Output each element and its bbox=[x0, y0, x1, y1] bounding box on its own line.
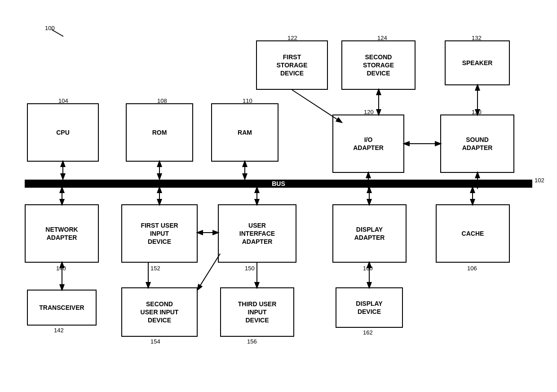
first-storage-ref: 122 bbox=[287, 35, 297, 41]
display-device-ref: 162 bbox=[363, 329, 373, 336]
svg-line-16 bbox=[198, 254, 220, 290]
bus: BUS bbox=[25, 180, 532, 188]
ram-ref: 110 bbox=[243, 97, 252, 104]
bus-ref: 102 bbox=[535, 177, 544, 184]
cpu-box: CPU bbox=[27, 103, 99, 162]
second-storage-box: SECONDSTORAGEDEVICE bbox=[341, 40, 416, 90]
rom-box: ROM bbox=[126, 103, 193, 162]
transceiver-ref: 142 bbox=[54, 327, 64, 334]
second-user-input-ref: 154 bbox=[150, 338, 160, 345]
rom-ref: 108 bbox=[157, 97, 167, 104]
cache-box: CACHE bbox=[436, 204, 510, 263]
display-adapter-ref: 160 bbox=[363, 265, 373, 272]
display-device-box: DISPLAYDEVICE bbox=[336, 287, 403, 328]
network-adapter-ref: 140 bbox=[56, 265, 66, 272]
network-adapter-box: NETWORKADAPTER bbox=[25, 204, 99, 263]
diagram: 100 BUS 102 CPU 104 ROM 108 RAM 110 I/OA… bbox=[0, 0, 557, 392]
cpu-ref: 104 bbox=[58, 97, 68, 104]
ram-box: RAM bbox=[211, 103, 278, 162]
second-user-input-box: SECONDUSER INPUTDEVICE bbox=[121, 287, 198, 337]
display-adapter-box: DISPLAYADAPTER bbox=[332, 204, 407, 263]
sound-adapter-ref: 130 bbox=[472, 109, 482, 115]
first-user-input-box: FIRST USERINPUTDEVICE bbox=[121, 204, 198, 263]
user-interface-adapter-ref: 150 bbox=[245, 265, 255, 272]
cache-ref: 106 bbox=[467, 265, 477, 272]
user-interface-adapter-box: USERINTERFACEADAPTER bbox=[218, 204, 296, 263]
bus-label: BUS bbox=[272, 180, 285, 187]
speaker-box: SPEAKER bbox=[445, 40, 510, 85]
io-adapter-box: I/OADAPTER bbox=[332, 115, 404, 173]
first-storage-box: FIRSTSTORAGEDEVICE bbox=[256, 40, 328, 90]
third-user-input-ref: 156 bbox=[247, 338, 257, 345]
transceiver-box: TRANSCEIVER bbox=[27, 290, 97, 326]
speaker-ref: 132 bbox=[472, 35, 482, 41]
first-user-input-ref: 152 bbox=[150, 265, 160, 272]
sound-adapter-box: SOUNDADAPTER bbox=[440, 115, 514, 173]
io-adapter-ref: 120 bbox=[364, 109, 374, 115]
second-storage-ref: 124 bbox=[377, 35, 387, 41]
third-user-input-box: THIRD USERINPUTDEVICE bbox=[220, 287, 294, 337]
